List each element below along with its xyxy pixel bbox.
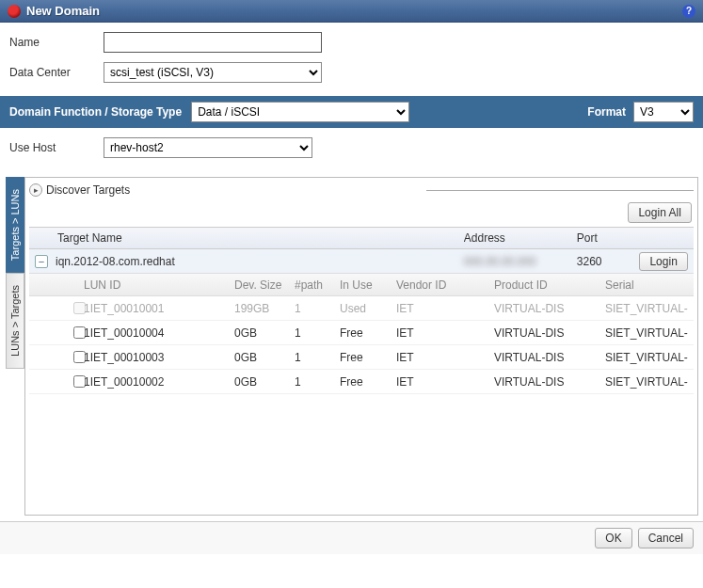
lun-id: 1IET_00010001 <box>84 302 234 315</box>
lun-serial: SIET_VIRTUAL- <box>605 326 694 340</box>
lun-path: 1 <box>295 351 340 364</box>
col-port: Port <box>577 231 633 245</box>
target-header-row: Target Name Address Port <box>29 227 694 249</box>
lun-in-use: Used <box>340 302 396 315</box>
login-all-button[interactable]: Login All <box>628 202 691 223</box>
expand-discover-icon[interactable]: ▸ <box>29 183 42 197</box>
lun-in-use: Free <box>340 326 396 340</box>
lun-size: 0GB <box>234 351 295 364</box>
lun-size: 0GB <box>234 326 295 340</box>
col-product: Product ID <box>494 278 605 292</box>
lun-row[interactable]: 1IET_000100020GB1FreeIETVIRTUAL-DISSIET_… <box>29 370 694 394</box>
use-host-select[interactable]: rhev-host2 <box>104 137 312 158</box>
lun-product: VIRTUAL-DIS <box>494 326 605 340</box>
lun-serial: SIET_VIRTUAL- <box>605 351 694 364</box>
lun-path: 1 <box>295 326 340 340</box>
lun-path: 1 <box>295 375 340 389</box>
col-vendor: Vendor ID <box>396 278 494 292</box>
lun-size: 0GB <box>234 375 295 389</box>
lun-row[interactable]: 1IET_000100040GB1FreeIETVIRTUAL-DISSIET_… <box>29 321 694 345</box>
lun-vendor: IET <box>396 302 494 315</box>
lun-header-row: LUN ID Dev. Size #path In Use Vendor ID … <box>29 274 694 296</box>
targets-grid: Target Name Address Port − iqn.2012-08.c… <box>29 227 694 394</box>
domain-function-label: Domain Function / Storage Type <box>9 105 182 119</box>
app-icon <box>8 5 21 18</box>
target-name: iqn.2012-08.com.redhat <box>56 255 464 268</box>
storage-type-bar: Domain Function / Storage Type Data / iS… <box>0 96 703 128</box>
top-form: Name Data Center scsi_test (iSCSI, V3) <box>0 23 703 96</box>
format-select[interactable]: V3 <box>633 102 694 122</box>
storage-type-select[interactable]: Data / iSCSI <box>191 102 409 122</box>
col-path: #path <box>295 278 340 292</box>
lun-product: VIRTUAL-DIS <box>494 375 605 389</box>
dialog-footer: OK Cancel <box>0 521 703 554</box>
target-row[interactable]: − iqn.2012-08.com.redhat 000.00.00.000 3… <box>29 249 694 274</box>
col-address: Address <box>464 231 577 245</box>
lun-in-use: Free <box>340 351 396 364</box>
collapse-target-icon[interactable]: − <box>35 255 48 268</box>
name-label: Name <box>9 36 104 49</box>
tab-luns-targets[interactable]: LUNs > Targets <box>6 273 24 369</box>
lun-product: VIRTUAL-DIS <box>494 302 605 315</box>
discover-targets-label: Discover Targets <box>46 183 313 197</box>
lun-size: 199GB <box>234 302 295 315</box>
target-address: 000.00.00.000 <box>464 255 577 268</box>
titlebar: New Domain ? <box>0 0 703 23</box>
lun-serial: SIET_VIRTUAL- <box>605 302 694 315</box>
ok-button[interactable]: OK <box>595 528 631 548</box>
vertical-tabs: Targets > LUNs LUNs > Targets <box>6 177 24 516</box>
lun-id: 1IET_00010004 <box>84 326 234 340</box>
lun-path: 1 <box>295 302 340 315</box>
lun-id: 1IET_00010002 <box>84 375 234 389</box>
datacenter-select[interactable]: scsi_test (iSCSI, V3) <box>104 62 322 83</box>
divider <box>426 190 694 191</box>
lun-row[interactable]: 1IET_000100030GB1FreeIETVIRTUAL-DISSIET_… <box>29 345 694 370</box>
col-target-name: Target Name <box>57 231 464 245</box>
target-port: 3260 <box>577 255 633 268</box>
targets-pane: ▸ Discover Targets Login All Target Name… <box>24 177 698 516</box>
lun-in-use: Free <box>340 375 396 389</box>
lun-row[interactable]: 1IET_00010001199GB1UsedIETVIRTUAL-DISSIE… <box>29 296 694 321</box>
col-in-use: In Use <box>340 278 396 292</box>
use-host-label: Use Host <box>9 141 104 154</box>
col-lun-id: LUN ID <box>84 278 234 292</box>
window-title: New Domain <box>26 4 682 18</box>
lun-serial: SIET_VIRTUAL- <box>605 375 694 389</box>
help-icon[interactable]: ? <box>682 5 695 18</box>
login-button[interactable]: Login <box>639 252 687 271</box>
lun-vendor: IET <box>396 326 494 340</box>
lun-vendor: IET <box>396 375 494 389</box>
tab-targets-luns[interactable]: Targets > LUNs <box>6 177 24 273</box>
lun-vendor: IET <box>396 351 494 364</box>
lun-product: VIRTUAL-DIS <box>494 351 605 364</box>
name-input[interactable] <box>104 32 322 53</box>
cancel-button[interactable]: Cancel <box>638 528 694 548</box>
lun-id: 1IET_00010003 <box>84 351 234 364</box>
col-serial: Serial <box>605 278 694 292</box>
format-label: Format <box>587 105 626 119</box>
col-dev-size: Dev. Size <box>234 278 295 292</box>
datacenter-label: Data Center <box>9 66 104 79</box>
